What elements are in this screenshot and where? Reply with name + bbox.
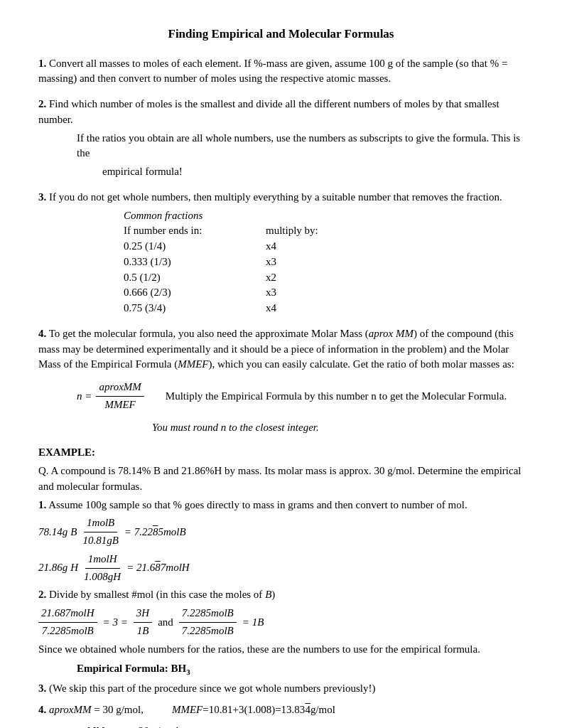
- fraction-row-2: 0.5 (1/2) x2: [124, 270, 524, 286]
- step-2: 2. Find which number of moles is the sma…: [38, 97, 524, 180]
- step4-text1: To get the molecular formula, you also n…: [49, 328, 369, 339]
- step2-indent1: If the ratios you obtain are all whole n…: [38, 131, 524, 162]
- fraction-denominator: MMEF: [102, 397, 138, 413]
- example-step1-header: 1. Assume 100g sample so that % goes dir…: [38, 498, 524, 513]
- example-step4-row: 4. aproxMM = 30 g/mol, MMEF=10.81+3(1.00…: [38, 702, 524, 718]
- step-1: 1. Convert all masses to moles of each e…: [38, 56, 524, 87]
- n-label: n =: [77, 389, 92, 405]
- step4-aprox-mm: aprox MM: [369, 328, 414, 339]
- if-number-label: If number ends in:: [124, 223, 266, 239]
- step1-text: Convert all masses to moles of each elem…: [38, 58, 507, 85]
- frac3: 21.687molH 7.2285molB: [38, 606, 97, 639]
- step3-number: 3.: [38, 191, 46, 203]
- calc1-mass: 78.14g: [38, 525, 67, 540]
- step-3: 3. If you do not get whole numbers, then…: [38, 190, 524, 316]
- calc1-row: 78.14gB 1molB 10.81gB = 7.2285molB: [38, 515, 524, 549]
- step2-number: 2.: [38, 98, 46, 109]
- calc2-mass: 21.86g: [38, 560, 67, 576]
- example-section: EXAMPLE: Q. A compound is 78.14% B and 2…: [38, 445, 524, 728]
- fraction-row-1: 0.333 (1/3) x3: [124, 255, 524, 270]
- step4-number: 4.: [38, 328, 46, 339]
- step4-round-note: You must round n to the closest integer.: [38, 420, 524, 436]
- step3-text: If you do not get whole numbers, then mu…: [49, 191, 502, 203]
- multiply-by-label: multiply by:: [266, 223, 337, 239]
- step4-mmef-calc: MMEF=10.81+3(1.008)=13.834g/mol: [172, 702, 335, 718]
- and-label: and: [158, 615, 173, 631]
- step4-multiply-note: Multiply the Empirical Formula by this n…: [166, 389, 507, 405]
- frac3-rhs: 3H 1B: [134, 606, 152, 639]
- fractions-table: Common fractions If number ends in: mult…: [124, 208, 524, 316]
- page-title: Finding Empirical and Molecular Formulas: [38, 26, 524, 43]
- calc1-fraction: 1molB 10.81gB: [80, 515, 121, 549]
- divide-row: 21.687molH 7.2285molB = 3 = 3H 1B and 7.…: [38, 606, 524, 639]
- example-question: Q. A compound is 78.14% B and 21.86%H by…: [38, 464, 524, 495]
- common-fractions-label: Common fractions: [124, 208, 266, 224]
- fraction-numerator: aproxMM: [96, 380, 144, 397]
- since-text: Since we obtained whole numbers for the …: [38, 642, 524, 658]
- calc2-fraction: 1molH 1.008gH: [81, 552, 124, 585]
- step2-text: Find which number of moles is the smalle…: [38, 98, 499, 125]
- step4-aproxmm-text: 4. aproxMM = 30 g/mol,: [38, 702, 144, 718]
- frac4: 7.2285molB 7.2285molB: [179, 606, 237, 639]
- empirical-formula: Empirical Formula: BH3: [77, 661, 524, 678]
- step4-text1c: ), which you can easily calculate. Get t…: [209, 358, 514, 370]
- main-fraction: aproxMM MMEF: [96, 380, 144, 413]
- example-step2-header: 2. Divide by smallest #mol (in this case…: [38, 587, 524, 603]
- step1-number: 1.: [38, 58, 46, 69]
- example-step3: 3. (We skip this part of the procedure s…: [38, 681, 524, 697]
- n-calculation-row: n = aproxMM MMEF = 30g / mol 13.834g / m…: [38, 724, 524, 728]
- step-4: 4. To get the molecular formula, you als…: [38, 326, 524, 436]
- fraction-row-0: 0.25 (1/4) x4: [124, 239, 524, 255]
- step4-formula-block: n = aproxMM MMEF Multiply the Empirical …: [77, 380, 524, 413]
- calc2-row: 21.86gH 1molH 1.008gH = 21.687molH: [38, 552, 524, 585]
- step4-mmef: MMEF: [178, 358, 208, 370]
- n-frac2: 30g / mol 13.834g / mol: [126, 724, 190, 728]
- fraction-row-4: 0.75 (3/4) x4: [124, 301, 524, 316]
- step4-n-formula: n = aproxMM MMEF: [77, 380, 144, 413]
- fraction-row-3: 0.666 (2/3) x3: [124, 285, 524, 301]
- example-label: EXAMPLE:: [38, 445, 524, 461]
- step2-indent2: empirical formula!: [38, 164, 524, 180]
- n-frac1: aproxMM MMEF: [59, 724, 107, 728]
